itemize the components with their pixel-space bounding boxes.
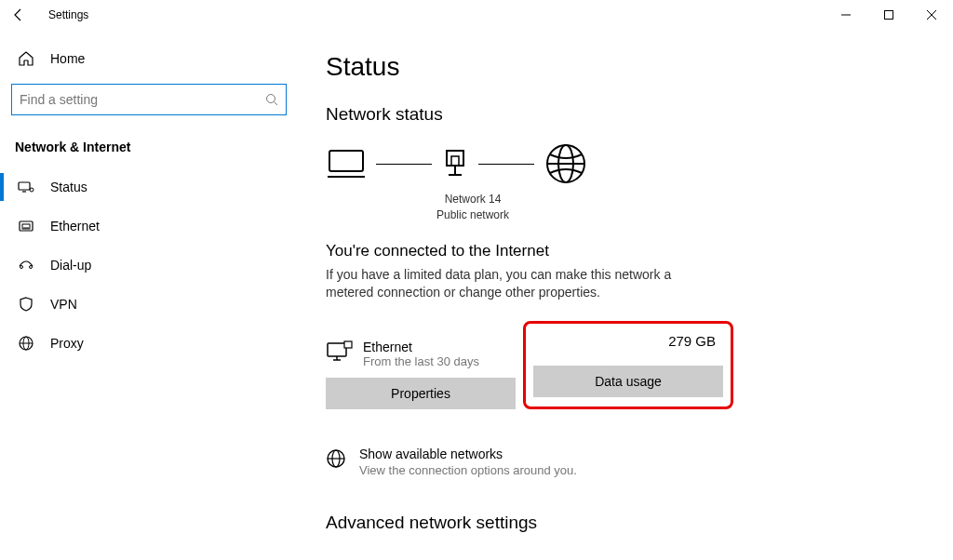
- device-type: Public network: [408, 207, 538, 223]
- search-input[interactable]: [20, 92, 265, 107]
- sidebar-item-label: Status: [50, 180, 87, 194]
- advanced-heading: Advanced network settings: [326, 513, 925, 533]
- svg-rect-19: [329, 151, 363, 171]
- connection-line: [376, 164, 432, 165]
- close-icon: [927, 10, 936, 20]
- window-controls: [825, 0, 953, 30]
- connected-title: You're connected to the Internet: [326, 242, 925, 260]
- svg-rect-22: [451, 156, 459, 166]
- sidebar: Home Network & Internet Status Ethernet: [0, 30, 298, 560]
- svg-point-4: [267, 95, 275, 103]
- window-title: Settings: [48, 8, 88, 21]
- status-icon: [17, 179, 35, 195]
- content: Status Network status Network 14 Public …: [298, 30, 953, 560]
- vpn-icon: [17, 296, 35, 313]
- connection-line: [478, 164, 534, 165]
- usage-amount: 279 GB: [668, 333, 723, 349]
- minimize-button[interactable]: [825, 0, 867, 30]
- ethernet-period: From the last 30 days: [363, 354, 479, 368]
- titlebar: Settings: [0, 0, 953, 30]
- properties-button[interactable]: Properties: [326, 378, 516, 409]
- sidebar-item-dialup[interactable]: Dial-up: [11, 246, 287, 285]
- svg-rect-21: [447, 151, 463, 166]
- data-usage-button[interactable]: Data usage: [533, 366, 723, 397]
- available-desc: View the connection options around you.: [359, 463, 577, 477]
- maximize-icon: [884, 10, 893, 20]
- svg-line-5: [275, 102, 278, 106]
- svg-rect-31: [344, 341, 352, 348]
- back-button[interactable]: [11, 7, 26, 22]
- svg-point-8: [30, 188, 34, 192]
- network-diagram: [326, 141, 925, 186]
- minimize-icon: [841, 10, 851, 20]
- sidebar-item-vpn[interactable]: VPN: [11, 285, 287, 324]
- svg-rect-6: [19, 182, 30, 190]
- maximize-button[interactable]: [867, 0, 910, 30]
- globe-icon: [544, 141, 588, 186]
- device-caption: Network 14 Public network: [408, 192, 538, 223]
- sidebar-item-label: Proxy: [50, 336, 84, 351]
- home-label: Home: [50, 51, 85, 66]
- sidebar-section-label: Network & Internet: [15, 140, 287, 154]
- network-status-heading: Network status: [326, 104, 925, 125]
- sidebar-item-label: VPN: [50, 297, 77, 312]
- connected-desc: If you have a limited data plan, you can…: [326, 266, 717, 302]
- router-icon: [441, 147, 469, 180]
- globe-small-icon: [326, 448, 346, 477]
- search-icon: [265, 93, 278, 106]
- device-name: Network 14: [408, 192, 538, 207]
- svg-point-14: [20, 266, 23, 269]
- monitor-ethernet-icon: [326, 340, 352, 366]
- sidebar-item-status[interactable]: Status: [11, 167, 287, 207]
- computer-icon: [326, 147, 367, 180]
- sidebar-item-ethernet[interactable]: Ethernet: [11, 207, 287, 246]
- proxy-icon: [17, 335, 35, 352]
- dialup-icon: [17, 257, 35, 273]
- search-box[interactable]: [11, 84, 287, 115]
- close-button[interactable]: [910, 0, 953, 30]
- data-usage-highlight: 279 GB Data usage: [523, 321, 733, 409]
- sidebar-item-label: Ethernet: [50, 219, 100, 233]
- svg-point-15: [30, 266, 33, 269]
- home-icon: [17, 50, 35, 67]
- show-available-networks[interactable]: Show available networks View the connect…: [326, 447, 925, 477]
- available-title: Show available networks: [359, 447, 577, 461]
- ethernet-name: Ethernet: [363, 340, 479, 354]
- page-title: Status: [326, 52, 925, 82]
- sidebar-item-proxy[interactable]: Proxy: [11, 324, 287, 363]
- sidebar-item-label: Dial-up: [50, 258, 91, 273]
- home-nav[interactable]: Home: [11, 43, 287, 74]
- ethernet-icon: [17, 218, 35, 234]
- ethernet-info: Ethernet From the last 30 days: [326, 340, 516, 368]
- svg-rect-1: [885, 11, 893, 20]
- arrow-left-icon: [11, 7, 26, 22]
- svg-rect-28: [328, 343, 346, 356]
